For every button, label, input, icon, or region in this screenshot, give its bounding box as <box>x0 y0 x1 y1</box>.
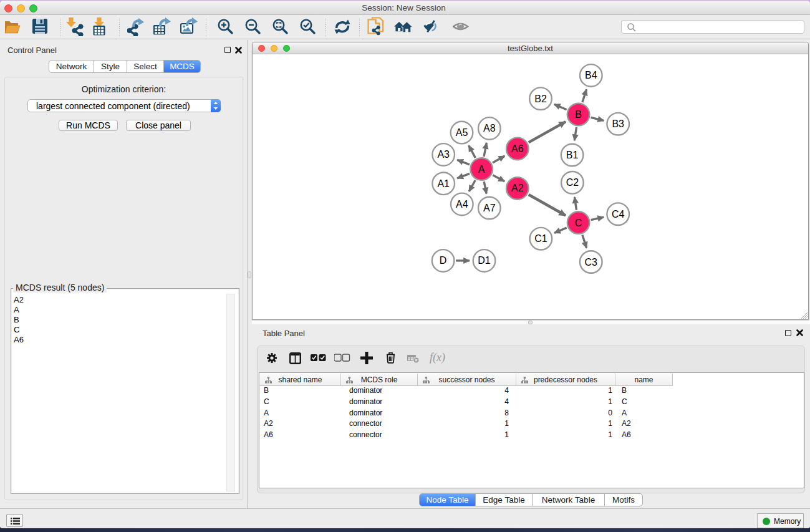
svg-text:A7: A7 <box>483 203 496 213</box>
svg-text:D: D <box>440 255 447 266</box>
svg-text:A: A <box>478 164 485 175</box>
svg-text:C1: C1 <box>534 233 547 244</box>
svg-text:A4: A4 <box>456 199 468 210</box>
svg-text:B: B <box>575 109 582 120</box>
svg-text:C4: C4 <box>612 209 625 220</box>
svg-text:C: C <box>575 218 582 228</box>
svg-text:B2: B2 <box>534 94 547 104</box>
svg-text:A1: A1 <box>437 178 450 189</box>
svg-text:B3: B3 <box>612 118 624 129</box>
svg-text:C3: C3 <box>585 257 598 268</box>
svg-text:B1: B1 <box>566 150 579 160</box>
svg-text:A8: A8 <box>483 123 496 133</box>
svg-text:A3: A3 <box>437 149 450 160</box>
svg-text:B4: B4 <box>585 70 597 80</box>
svg-text:C2: C2 <box>566 177 579 188</box>
svg-text:A2: A2 <box>511 183 524 193</box>
svg-text:A6: A6 <box>511 143 524 154</box>
svg-text:D1: D1 <box>478 255 491 266</box>
svg-text:A5: A5 <box>456 127 468 138</box>
